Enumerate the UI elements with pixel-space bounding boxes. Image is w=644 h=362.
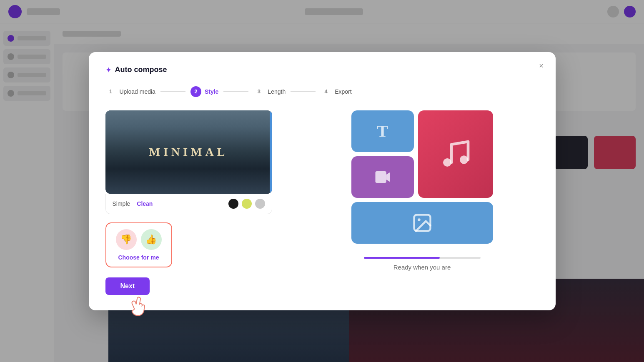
step-2-label: Style: [205, 88, 218, 95]
tile-music: [418, 110, 493, 198]
style-label-clean[interactable]: Clean: [137, 200, 153, 207]
step-4: 4 Export: [321, 86, 351, 97]
right-panel: T: [306, 110, 539, 295]
close-icon: ×: [539, 62, 544, 70]
preview-style-text: MINIMAL: [149, 145, 228, 159]
step-divider-2: [223, 91, 248, 92]
modal-close-button[interactable]: ×: [536, 60, 547, 72]
swatch-yellow[interactable]: [242, 199, 252, 209]
choose-for-me-card: 👎 👍 Choose for me: [105, 222, 172, 267]
preview-blue-accent-bar: [270, 110, 272, 194]
image-icon: [411, 212, 433, 234]
tile-image: [351, 202, 493, 244]
auto-compose-modal: × ✦ Auto compose 1 Upload media 2 Style …: [89, 52, 556, 310]
preview-card: MINIMAL: [105, 110, 272, 194]
thumb-down-button[interactable]: 👎: [116, 229, 137, 250]
progress-bar-fill: [364, 257, 440, 259]
style-labels: Simple Clean: [113, 200, 153, 207]
next-button-container: Next: [105, 267, 150, 295]
step-2-number: 2: [190, 86, 201, 97]
left-panel: MINIMAL Simple Clean 👎 👍: [105, 110, 281, 295]
style-label-simple[interactable]: Simple: [113, 200, 130, 207]
thumb-row: 👎 👍: [116, 229, 162, 250]
svg-point-0: [443, 158, 451, 167]
icon-grid: T: [351, 110, 493, 244]
thumb-up-button[interactable]: 👍: [141, 229, 162, 250]
step-4-label: Export: [335, 88, 351, 95]
progress-container: Ready when you are: [364, 257, 481, 271]
svg-point-4: [418, 218, 421, 221]
next-button[interactable]: Next: [105, 277, 150, 295]
step-2: 2 Style: [190, 86, 218, 97]
svg-rect-2: [375, 171, 386, 183]
stepper: 1 Upload media 2 Style 3 Length 4 Export: [105, 86, 539, 97]
svg-point-1: [460, 155, 468, 164]
swatch-gray[interactable]: [255, 199, 265, 209]
swatch-black[interactable]: [228, 199, 238, 209]
step-4-number: 4: [321, 86, 331, 97]
sparkle-icon: ✦: [105, 65, 112, 75]
video-icon: [374, 168, 391, 186]
step-3-label: Length: [268, 88, 286, 95]
color-swatches: [228, 199, 265, 209]
style-options-row: Simple Clean: [105, 194, 272, 214]
step-3: 3 Length: [253, 86, 286, 97]
step-divider-1: [160, 91, 185, 92]
music-icon: [439, 137, 472, 171]
tile-text: T: [351, 110, 414, 152]
modal-header: ✦ Auto compose: [105, 65, 539, 75]
step-divider-3: [291, 91, 316, 92]
choose-for-me-label: Choose for me: [118, 254, 159, 261]
step-1-label: Upload media: [120, 88, 155, 95]
modal-body: MINIMAL Simple Clean 👎 👍: [105, 110, 539, 295]
tile-video: [351, 156, 414, 198]
step-3-number: 3: [253, 86, 264, 97]
progress-label: Ready when you are: [364, 264, 481, 271]
step-1: 1 Upload media: [105, 86, 155, 97]
text-icon: T: [377, 121, 388, 141]
progress-bar-track: [364, 257, 481, 259]
step-1-number: 1: [105, 86, 116, 97]
modal-title: Auto compose: [115, 65, 167, 74]
